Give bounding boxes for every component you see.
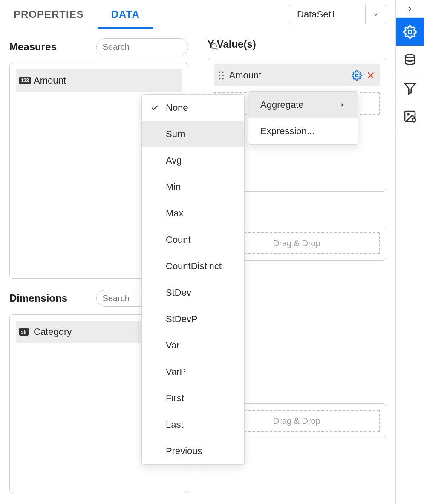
measures-title: Measures [9, 41, 57, 53]
aggregate-option[interactable]: None [142, 95, 244, 121]
gear-icon [403, 25, 417, 39]
database-icon [403, 53, 417, 67]
check-icon [150, 104, 159, 112]
aggregate-option-label: CountDistinct [166, 261, 222, 272]
measures-search[interactable] [96, 38, 188, 55]
aggregate-option[interactable]: Count [142, 227, 244, 253]
aggregate-option[interactable]: Previous [142, 438, 244, 464]
aggregate-option[interactable]: Max [142, 200, 244, 227]
yvalues-title: Y Value(s) [208, 38, 256, 50]
menu-aggregate[interactable]: Aggregate [248, 92, 358, 118]
dimensions-title: Dimensions [9, 292, 67, 304]
aggregate-option-label: Max [166, 208, 184, 219]
aggregate-option-label: Count [166, 234, 191, 245]
aggregate-option-label: Min [166, 181, 181, 193]
aggregate-option-label: None [166, 102, 188, 113]
aggregate-option[interactable]: StDevP [142, 306, 244, 332]
aggregate-option-label: VarP [166, 366, 186, 377]
chevron-right-icon [340, 102, 346, 108]
aggregate-option[interactable]: First [142, 385, 244, 412]
right-sidebar [396, 0, 424, 504]
svg-point-4 [219, 72, 220, 73]
aggregate-option-label: StDev [166, 287, 191, 298]
menu-expression[interactable]: Expression... [248, 118, 358, 144]
sidebar-filter[interactable] [396, 74, 424, 102]
svg-point-10 [355, 74, 358, 77]
aggregate-option-label: Last [166, 419, 184, 430]
sidebar-image[interactable] [396, 102, 424, 130]
tab-properties[interactable]: PROPERTIES [0, 0, 98, 29]
aggregate-option[interactable]: Var [142, 332, 244, 359]
svg-point-9 [222, 78, 223, 80]
string-type-icon: str [19, 328, 29, 336]
search-input[interactable] [103, 42, 211, 52]
aggregate-option-label: Var [166, 340, 180, 351]
aggregate-option[interactable]: Last [142, 412, 244, 438]
close-icon[interactable] [366, 71, 375, 80]
measure-label: Amount [34, 75, 66, 86]
svg-marker-19 [342, 103, 344, 107]
sidebar-data[interactable] [396, 46, 424, 74]
svg-point-13 [408, 30, 412, 34]
aggregate-option[interactable]: Sum [142, 121, 244, 147]
svg-point-7 [222, 75, 223, 76]
dataset-select[interactable]: DataSet1 [289, 5, 386, 24]
svg-point-5 [222, 72, 223, 73]
yvalue-label: Amount [229, 70, 262, 81]
sidebar-settings[interactable] [396, 18, 424, 46]
chevron-down-icon [365, 5, 386, 24]
aggregate-option-label: Previous [166, 446, 202, 457]
svg-point-18 [412, 118, 415, 122]
aggregate-option[interactable]: StDev [142, 279, 244, 306]
tab-data[interactable]: DATA [98, 0, 153, 29]
yvalue-item[interactable]: Amount [214, 64, 380, 86]
svg-point-17 [407, 113, 409, 115]
tabs-row: PROPERTIES DATA DataSet1 [0, 0, 395, 29]
aggregate-option-label: Avg [166, 155, 182, 166]
dataset-selected-label: DataSet1 [297, 9, 336, 20]
image-settings-icon [403, 109, 417, 123]
svg-point-8 [219, 78, 220, 80]
aggregate-option[interactable]: Min [142, 174, 244, 200]
measure-item[interactable]: 123 Amount [16, 69, 182, 92]
yvalue-context-menu: Aggregate Expression... [248, 91, 358, 145]
aggregate-option[interactable]: Avg [142, 147, 244, 174]
svg-point-6 [219, 75, 220, 76]
aggregate-option[interactable]: VarP [142, 359, 244, 385]
aggregate-option-label: First [166, 393, 184, 404]
dimension-label: Category [34, 326, 72, 337]
aggregate-option-label: Sum [166, 129, 185, 140]
filter-icon [403, 81, 417, 95]
svg-marker-15 [405, 84, 415, 94]
gear-icon[interactable] [352, 70, 362, 81]
aggregate-option-label: StDevP [166, 314, 198, 325]
aggregate-submenu: NoneSumAvgMinMaxCountCountDistinctStDevS… [141, 94, 245, 465]
number-type-icon: 123 [19, 77, 31, 84]
aggregate-option[interactable]: CountDistinct [142, 253, 244, 279]
drag-handle-icon[interactable] [218, 71, 224, 80]
svg-point-14 [405, 54, 414, 58]
collapse-button[interactable] [396, 0, 424, 18]
